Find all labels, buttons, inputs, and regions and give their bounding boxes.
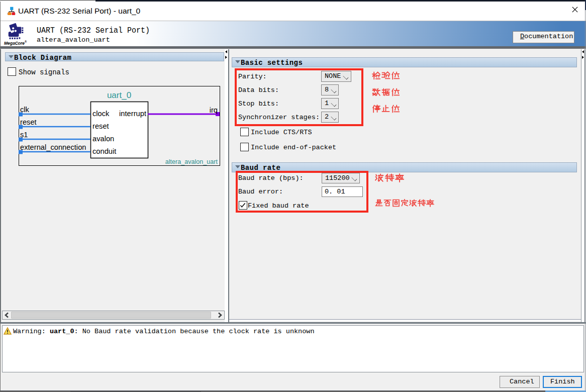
svg-text:reset: reset (92, 122, 109, 130)
svg-text:interrupt: interrupt (119, 110, 146, 118)
svg-text:irq: irq (210, 106, 218, 114)
svg-text:clock: clock (92, 110, 110, 118)
svg-text:reset: reset (20, 118, 37, 126)
svg-text:avalon: avalon (92, 135, 114, 143)
svg-text:conduit: conduit (92, 147, 116, 155)
svg-text:external_connection: external_connection (20, 143, 86, 151)
svg-text:uart_0: uart_0 (107, 90, 131, 100)
svg-text:clk: clk (20, 106, 30, 114)
svg-text:altera_avalon_uart: altera_avalon_uart (165, 158, 218, 165)
svg-text:s1: s1 (20, 131, 28, 139)
